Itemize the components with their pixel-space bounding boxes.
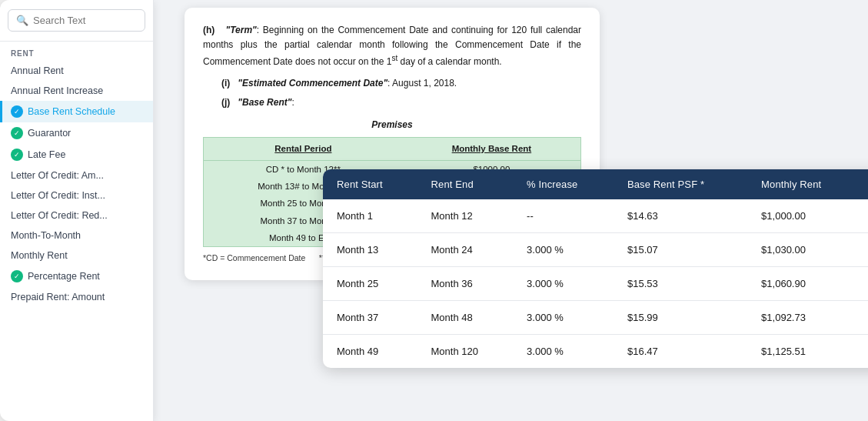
- data-table-header-rent-end: Rent End: [417, 169, 514, 199]
- sidebar-item-label: Annual Rent Increase: [11, 85, 103, 96]
- check-green-icon: ✓: [11, 270, 23, 282]
- sidebar-item-letter-of-credit-red[interactable]: Letter Of Credit: Red...: [0, 205, 153, 226]
- data-table-cell: $1,060.90: [747, 267, 860, 301]
- para-h-char: (h): [203, 25, 215, 35]
- data-table-header-base-rent-psf: Base Rent PSF *: [614, 169, 747, 199]
- data-table-cell: $14.63: [614, 199, 747, 233]
- sidebar: 🔍 RENT Annual RentAnnual Rent Increase✓B…: [0, 0, 154, 421]
- sidebar-item-prepaid-rent-amount[interactable]: Prepaid Rent: Amount: [0, 287, 153, 307]
- doc-para-j: (j) "Base Rent":: [221, 95, 581, 110]
- search-container: 🔍: [0, 0, 153, 42]
- data-table-cell: Month 1: [323, 199, 417, 233]
- data-table-cell: 3.000 %: [513, 335, 614, 369]
- sidebar-item-monthly-rent[interactable]: Monthly Rent: [0, 246, 153, 266]
- data-table-cell: $12,000.00: [860, 199, 868, 233]
- sidebar-item-label: Month-To-Month: [11, 230, 81, 241]
- data-table-cell: Month 25: [323, 267, 417, 301]
- sidebar-item-label: Guarantor: [28, 128, 71, 139]
- sidebar-item-label: Monthly Rent: [11, 250, 68, 261]
- data-table-cell: 3.000 %: [513, 267, 614, 301]
- data-table-cell: Month 36: [417, 267, 514, 301]
- data-table-cell: 3.000 %: [513, 301, 614, 335]
- data-table: Rent StartRent End% IncreaseBase Rent PS…: [323, 169, 868, 368]
- data-table-row: Month 25Month 363.000 %$15.53$1,060.90$1…: [323, 267, 868, 301]
- sidebar-item-guarantor[interactable]: ✓Guarantor: [0, 122, 153, 144]
- rental-table-header-rent: Monthly Base Rent: [403, 138, 581, 160]
- sidebar-item-letter-of-credit-am[interactable]: Letter Of Credit: Am...: [0, 165, 153, 185]
- data-table-cell: Month 120: [417, 335, 514, 369]
- sidebar-item-annual-rent-increase[interactable]: Annual Rent Increase: [0, 81, 153, 101]
- data-table-cell: $13,112.76: [860, 301, 868, 335]
- sidebar-item-label: Late Fee: [28, 149, 65, 160]
- data-table-cell: $15.07: [614, 233, 747, 267]
- data-table-cell: $1,000.00: [747, 199, 860, 233]
- data-table-cell: --: [513, 199, 614, 233]
- sidebar-item-label: Annual Rent: [11, 65, 64, 76]
- sidebar-items: Annual RentAnnual Rent Increase✓Base Ren…: [0, 61, 153, 421]
- data-table-row: Month 13Month 243.000 %$15.07$1,030.00$1…: [323, 233, 868, 267]
- data-table-header-annualized-rent: Annualized Rent *: [860, 169, 868, 199]
- data-table-cell: $15.99: [614, 301, 747, 335]
- para-i-char: (i): [221, 78, 230, 89]
- data-table-cell: Month 24: [417, 233, 514, 267]
- sidebar-item-percentage-rent[interactable]: ✓Percentage Rent: [0, 266, 153, 287]
- data-table-cell: $15.53: [614, 267, 747, 301]
- sidebar-item-label: Letter Of Credit: Am...: [11, 170, 104, 181]
- data-table-cell: Month 48: [417, 301, 514, 335]
- sidebar-item-label: Base Rent Schedule: [28, 106, 115, 117]
- data-table-cell: $13,506.12: [860, 335, 868, 369]
- data-table-cell: $16.47: [614, 335, 747, 369]
- search-input[interactable]: [33, 15, 137, 26]
- search-box[interactable]: 🔍: [8, 9, 145, 32]
- rental-table-header-period: Rental Period: [204, 138, 403, 160]
- data-card: Rent StartRent End% IncreaseBase Rent PS…: [323, 169, 868, 368]
- data-table-cell: Month 13: [323, 233, 417, 267]
- sidebar-item-late-fee[interactable]: ✓Late Fee: [0, 144, 153, 165]
- data-table-cell: $12,730.80: [860, 267, 868, 301]
- data-table-cell: Month 12: [417, 199, 514, 233]
- data-table-header-rent-start: Rent Start: [323, 169, 417, 199]
- data-table-cell: $1,092.73: [747, 301, 860, 335]
- data-table-header-monthly-rent: Monthly Rent: [747, 169, 860, 199]
- data-table-cell: Month 37: [323, 301, 417, 335]
- data-table-header-pct-increase: % Increase: [513, 169, 614, 199]
- sidebar-item-label: Letter Of Credit: Red...: [11, 210, 108, 221]
- data-table-row: Month 37Month 483.000 %$15.99$1,092.73$1…: [323, 301, 868, 335]
- check-green-icon: ✓: [11, 149, 23, 161]
- sidebar-item-base-rent-schedule[interactable]: ✓Base Rent Schedule: [0, 101, 153, 122]
- data-table-cell: 3.000 %: [513, 233, 614, 267]
- doc-para-h: (h) "Term": Beginning on the Commencemen…: [203, 23, 581, 70]
- data-table-cell: Month 49: [323, 335, 417, 369]
- para-j-char: (j): [221, 97, 230, 108]
- data-table-row: Month 49Month 1203.000 %$16.47$1,125.51$…: [323, 335, 868, 369]
- sidebar-item-label: Percentage Rent: [28, 271, 100, 282]
- doc-para-i: (i) "Estimated Commencement Date": Augus…: [221, 76, 581, 91]
- data-table-row: Month 1Month 12--$14.63$1,000.00$12,000.…: [323, 199, 868, 233]
- sidebar-item-label: Prepaid Rent: Amount: [11, 292, 105, 302]
- sidebar-item-letter-of-credit-inst[interactable]: Letter Of Credit: Inst...: [0, 185, 153, 205]
- data-table-cell: $1,030.00: [747, 233, 860, 267]
- sidebar-item-annual-rent[interactable]: Annual Rent: [0, 61, 153, 81]
- check-green-icon: ✓: [11, 127, 23, 139]
- check-blue-icon: ✓: [11, 105, 23, 118]
- sidebar-item-label: Letter Of Credit: Inst...: [11, 190, 105, 201]
- main-container: 🔍 RENT Annual RentAnnual Rent Increase✓B…: [0, 0, 868, 421]
- sidebar-item-month-to-month[interactable]: Month-To-Month: [0, 226, 153, 246]
- search-icon: 🔍: [16, 15, 28, 26]
- data-table-cell: $12,360.00: [860, 233, 868, 267]
- premises-title: Premises: [203, 118, 581, 132]
- data-table-cell: $1,125.51: [747, 335, 860, 369]
- content-area: (h) "Term": Beginning on the Commencemen…: [154, 0, 868, 421]
- sidebar-section-label: RENT: [0, 42, 153, 61]
